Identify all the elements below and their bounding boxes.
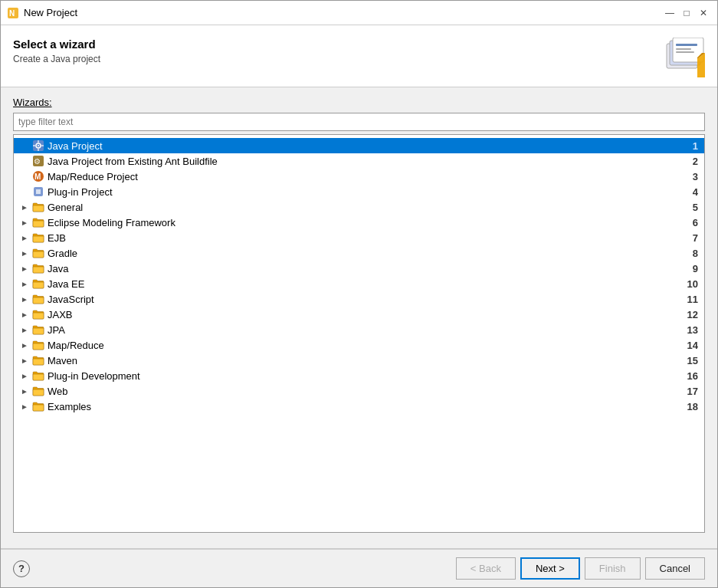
item-num: 3	[693, 171, 698, 182]
tree-item-mapreduce[interactable]: M Map/Reduce Project 3	[14, 169, 704, 184]
chevron-icon: ►	[20, 264, 29, 273]
title-bar-text: New Project	[24, 7, 657, 18]
tree-item-jaxb[interactable]: ► JAXB 12	[14, 307, 704, 322]
app-icon: N	[7, 7, 19, 19]
item-label: JAXB	[48, 309, 681, 320]
chevron-icon: ►	[20, 325, 29, 334]
tree-item-java-project[interactable]: Java Project 1	[14, 138, 704, 153]
folder-icon	[32, 354, 44, 366]
item-label: Java	[48, 263, 687, 274]
item-num: 14	[687, 340, 698, 351]
svg-rect-22	[36, 189, 41, 194]
java-project-icon	[32, 140, 44, 152]
title-bar: N New Project — □ ✕	[1, 1, 717, 25]
folder-icon	[32, 370, 44, 382]
title-bar-controls: — □ ✕	[662, 5, 711, 21]
chevron-icon: ►	[20, 310, 29, 319]
header-subtitle: Create a Java project	[13, 54, 100, 64]
item-label: EJB	[48, 232, 687, 244]
filter-input[interactable]	[13, 113, 705, 131]
folder-icon	[32, 278, 44, 290]
svg-text:N: N	[9, 9, 15, 18]
item-num: 15	[687, 355, 698, 366]
wizard-tree: Java Project 1 ⚙ Java Project from Exist…	[13, 134, 705, 533]
item-label: JPA	[48, 324, 681, 336]
item-num: 8	[693, 248, 698, 259]
minimize-button[interactable]: —	[662, 5, 677, 21]
folder-icon	[32, 262, 44, 274]
tree-item-java-ant[interactable]: ⚙ Java Project from Existing Ant Buildfi…	[14, 153, 704, 169]
tree-item-javascript[interactable]: ► JavaScript 11	[14, 291, 704, 307]
button-bar: ? < Back Next > Finish Cancel	[1, 549, 717, 587]
back-button[interactable]: < Back	[456, 557, 516, 580]
tree-item-gradle[interactable]: ► Gradle 8	[14, 245, 704, 261]
item-num: 5	[693, 202, 698, 213]
item-num: 2	[693, 156, 698, 167]
folder-icon	[32, 232, 44, 244]
tree-item-ejb[interactable]: ► EJB 7	[14, 230, 704, 245]
item-num: 4	[693, 186, 698, 198]
chevron-icon: ►	[20, 340, 29, 350]
tree-item-web[interactable]: ► Web 17	[14, 383, 704, 399]
item-num: 7	[693, 232, 698, 244]
button-bar-right: < Back Next > Finish Cancel	[456, 557, 705, 580]
tree-item-general[interactable]: ► General 5	[14, 199, 704, 215]
tree-item-java[interactable]: ► Java 9	[14, 261, 704, 276]
folder-icon	[32, 385, 44, 397]
tree-item-map-reduce[interactable]: ► Map/Reduce 14	[14, 337, 704, 353]
chevron-icon: ►	[20, 218, 29, 227]
header-title: Select a wizard	[13, 38, 100, 51]
item-label: Maven	[48, 355, 681, 366]
item-num: 18	[687, 401, 698, 412]
close-button[interactable]: ✕	[696, 5, 711, 21]
chevron-icon: ►	[20, 248, 29, 258]
tree-item-eclipse-modeling[interactable]: ► Eclipse Modeling Framework 6	[14, 215, 704, 230]
tree-item-examples[interactable]: ► Examples 18	[14, 399, 704, 414]
folder-icon	[32, 293, 44, 305]
item-num: 16	[687, 370, 698, 382]
wizards-label: Wizards:	[13, 97, 705, 108]
item-label: Plug-in Development	[48, 370, 681, 382]
maximize-button[interactable]: □	[679, 5, 694, 21]
content-section: Wizards: Java Project 1 ⚙ Java Project f…	[1, 87, 717, 542]
item-num: 1	[693, 140, 698, 152]
item-label: Map/Reduce Project	[48, 171, 687, 182]
item-label: Examples	[48, 401, 681, 412]
header-left: Select a wizard Create a Java project	[13, 38, 100, 64]
chevron-icon: ►	[20, 233, 29, 242]
new-project-dialog: N New Project — □ ✕ Select a wizard Crea…	[0, 0, 718, 588]
tree-item-maven[interactable]: ► Maven 15	[14, 353, 704, 368]
svg-text:M: M	[34, 172, 41, 181]
item-num: 13	[687, 324, 698, 336]
tree-item-jpa[interactable]: ► JPA 13	[14, 322, 704, 337]
folder-icon	[32, 247, 44, 259]
mapreduce-icon: M	[32, 170, 44, 182]
chevron-icon: ►	[20, 386, 29, 396]
next-button[interactable]: Next >	[520, 557, 580, 580]
wizard-header-icon	[665, 38, 705, 77]
item-num: 6	[693, 217, 698, 228]
svg-text:⚙: ⚙	[34, 157, 41, 166]
svg-rect-5	[676, 44, 697, 46]
tree-item-plugin[interactable]: Plug-in Project 4	[14, 184, 704, 199]
item-label: General	[48, 202, 687, 213]
chevron-icon: ►	[20, 356, 29, 365]
cancel-button[interactable]: Cancel	[645, 557, 705, 580]
tree-item-java-ee[interactable]: ► Java EE 10	[14, 276, 704, 291]
chevron-icon: ►	[20, 202, 29, 212]
folder-icon	[32, 339, 44, 351]
item-label: Java Project from Existing Ant Buildfile	[48, 156, 687, 167]
finish-button[interactable]: Finish	[585, 557, 641, 580]
item-label: Web	[48, 386, 681, 397]
ant-icon: ⚙	[32, 155, 44, 167]
folder-icon	[32, 324, 44, 336]
item-num: 11	[687, 294, 698, 305]
item-num: 12	[687, 309, 698, 320]
help-button[interactable]: ?	[13, 560, 30, 577]
chevron-icon: ►	[20, 294, 29, 304]
folder-icon	[32, 201, 44, 213]
item-num: 10	[687, 278, 698, 290]
tree-item-plugin-dev[interactable]: ► Plug-in Development 16	[14, 368, 704, 383]
chevron-icon: ►	[20, 402, 29, 411]
item-label: Eclipse Modeling Framework	[48, 217, 687, 228]
